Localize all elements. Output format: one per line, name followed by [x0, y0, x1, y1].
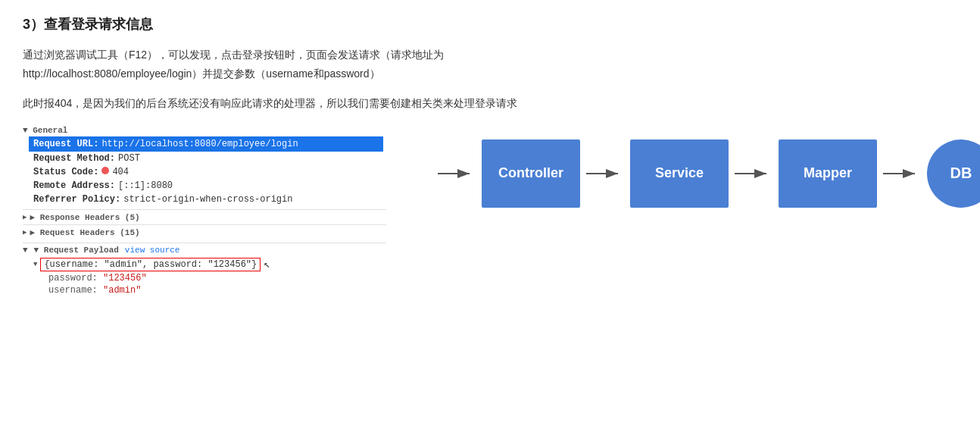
referrer-policy-value: strict-origin-when-cross-origin [123, 194, 292, 205]
remote-address-row: Remote Address: [::1]:8080 [33, 179, 386, 193]
payload-header: ▼ ▼ Request Payload view source [23, 243, 386, 257]
request-headers-triangle: ▶ [23, 228, 27, 237]
devtools-panel: ▼ General Request URL: http://localhost:… [23, 124, 386, 296]
arrow-in [432, 166, 482, 181]
arrow-1-svg [586, 166, 624, 181]
payload-content: ▼ {username: "admin", password: "123456"… [23, 257, 386, 296]
description-1: 通过浏览器调试工具（F12），可以发现，点击登录按钮时，页面会发送请求（请求地址… [23, 45, 957, 83]
service-label: Service [655, 165, 704, 181]
payload-triangle: ▼ [23, 246, 28, 255]
general-header-label: ▼ General [23, 126, 67, 135]
mapper-box: Mapper [779, 139, 877, 208]
payload-username-val: "admin" [103, 285, 141, 296]
payload-password-key: password: [48, 273, 98, 284]
request-method-label: Request Method: [33, 153, 115, 164]
request-method-row: Request Method: POST [33, 152, 386, 165]
referrer-policy-label: Referrer Policy: [33, 194, 120, 205]
request-headers-section[interactable]: ▶ ▶ Request Headers (15) [23, 224, 386, 240]
payload-username-key: username: [48, 285, 98, 296]
general-section: ▼ General Request URL: http://localhost:… [23, 124, 386, 206]
controller-box: Controller [482, 139, 580, 208]
remote-address-label: Remote Address: [33, 180, 115, 191]
payload-sub-rows: password: "123456" username: "admin" [33, 272, 386, 296]
arrow-3-svg [883, 166, 921, 181]
response-headers-triangle: ▶ [23, 213, 27, 221]
payload-main-row: ▼ {username: "admin", password: "123456"… [33, 257, 386, 272]
request-headers-label: ▶ Request Headers (15) [30, 227, 139, 237]
general-header[interactable]: ▼ General [23, 124, 386, 136]
status-code-row: Status Code: 404 [33, 165, 386, 179]
payload-password-val: "123456" [103, 273, 147, 284]
payload-label: ▼ Request Payload [34, 246, 119, 255]
section-title: 3）查看登录请求信息 [23, 15, 957, 33]
status-code-value: 404 [112, 167, 129, 177]
status-code-label: Status Code: [33, 167, 98, 177]
remote-address-value: [::1]:8080 [118, 180, 173, 191]
response-headers-section[interactable]: ▶ ▶ Response Headers (5) [23, 209, 386, 224]
arrow-3 [877, 166, 927, 181]
payload-password-row: password: "123456" [48, 272, 386, 284]
description-2: 此时报404，是因为我们的后台系统还没有响应此请求的处理器，所以我们需要创建相关… [23, 94, 957, 113]
controller-label: Controller [498, 165, 563, 181]
view-source-link[interactable]: view source [125, 246, 180, 255]
request-url-value: http://localhost:8080/employee/login [101, 139, 298, 149]
service-box: Service [630, 139, 729, 208]
response-headers-label: ▶ Response Headers (5) [30, 212, 139, 222]
arrow-2-svg [735, 166, 772, 181]
mapper-label: Mapper [804, 165, 852, 181]
payload-expand-triangle[interactable]: ▼ [33, 261, 37, 268]
arrow-in-svg [438, 166, 476, 181]
referrer-policy-row: Referrer Policy: strict-origin-when-cros… [33, 193, 386, 206]
payload-username-row: username: "admin" [48, 284, 386, 296]
payload-section: ▼ ▼ Request Payload view source ▼ {usern… [23, 243, 386, 296]
arrow-2 [729, 166, 779, 181]
cursor-icon: ↖ [264, 258, 270, 271]
db-box: DB [927, 139, 980, 208]
arch-diagram: Controller Service [386, 124, 980, 208]
payload-object: {username: "admin", password: "123456"} [40, 258, 261, 271]
general-rows: Request URL: http://localhost:8080/emplo… [23, 136, 386, 206]
arch-flow: Controller Service [432, 139, 980, 208]
request-url-row: Request URL: http://localhost:8080/emplo… [29, 136, 383, 152]
db-label: DB [950, 164, 972, 182]
status-dot-icon [101, 167, 109, 174]
arrow-1 [580, 166, 630, 181]
request-method-value: POST [118, 153, 140, 164]
request-url-label: Request URL: [33, 139, 98, 149]
